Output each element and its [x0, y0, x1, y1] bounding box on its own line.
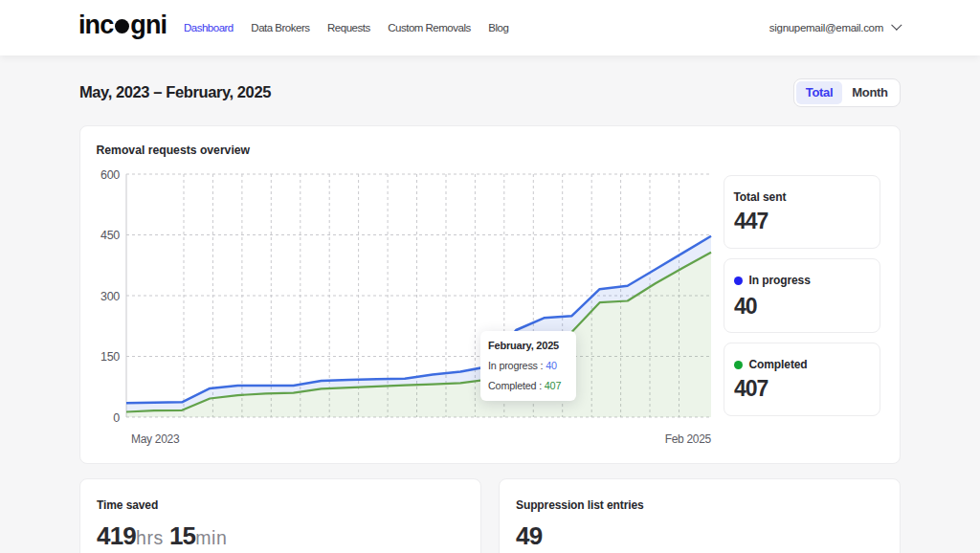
- svg-text:0: 0: [113, 411, 120, 425]
- svg-text:May 2023: May 2023: [131, 432, 180, 446]
- svg-text:300: 300: [100, 290, 120, 303]
- svg-text:150: 150: [100, 350, 120, 364]
- svg-text:450: 450: [100, 229, 120, 242]
- svg-text:600: 600: [100, 168, 120, 182]
- svg-text:Feb 2025: Feb 2025: [665, 432, 712, 446]
